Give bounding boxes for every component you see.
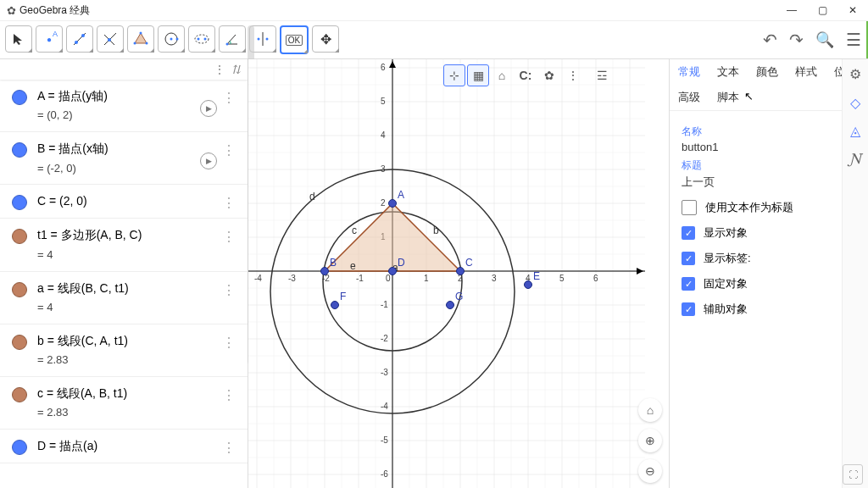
properties-panel: 常规文本颜色样式位置高级脚本 ✕ ↖ 名称 button1 标题 上一页 使用文… — [669, 59, 868, 488]
svg-point-2 — [81, 34, 85, 37]
value: = 4 — [37, 247, 222, 264]
property-checkbox[interactable]: ✓辅助对象 — [682, 302, 856, 317]
svg-text:3: 3 — [492, 274, 497, 283]
checkbox-label: 显示标签: — [704, 251, 751, 266]
tool-perpendicular[interactable] — [97, 25, 124, 53]
play-button[interactable]: ▶ — [200, 100, 217, 117]
app-icon: ✿ — [7, 4, 16, 17]
visibility-dot[interactable] — [12, 387, 27, 402]
visibility-dot[interactable] — [12, 195, 27, 210]
expand-corner-icon[interactable]: ⛶ — [843, 464, 863, 485]
algebra-content: B = 描点(x轴) = (-2, 0) — [37, 139, 200, 177]
tab-常规[interactable]: 常规 — [670, 59, 709, 85]
tab-样式[interactable]: 样式 — [787, 59, 826, 85]
settings-icon[interactable]: ✿ — [538, 64, 560, 86]
algebra-item[interactable]: a = 线段(B, C, t1) = 4 ⋮ — [0, 272, 248, 324]
svg-marker-73 — [637, 268, 643, 274]
item-menu-icon[interactable]: ⋮ — [222, 90, 236, 106]
tab-高级[interactable]: 高级 — [670, 85, 709, 110]
property-checkbox[interactable]: ✓显示标签: — [682, 251, 856, 266]
zoom-in-button[interactable]: ⊕ — [638, 429, 662, 452]
minimize-button[interactable]: ― — [776, 0, 807, 20]
tab-颜色[interactable]: 颜色 — [748, 59, 787, 85]
item-menu-icon[interactable]: ⋮ — [222, 387, 236, 403]
shape-square-icon[interactable]: ◇ — [850, 95, 860, 111]
algebra-item[interactable]: B = 描点(x轴) = (-2, 0) ▶ ⋮ — [0, 132, 248, 185]
tool-move[interactable] — [5, 25, 32, 53]
gear-icon[interactable]: ⚙ — [849, 66, 861, 82]
svg-point-8 — [146, 42, 148, 45]
grid-toggle[interactable]: ▦ — [467, 64, 489, 86]
algebra-item[interactable]: c = 线段(A, B, t1) = 2.83 ⋮ — [0, 377, 248, 430]
tool-polygon[interactable] — [127, 25, 154, 53]
algebra-list[interactable]: A = 描点(y轴) = (0, 2) ▶ ⋮ B = 描点(x轴) = (-2… — [0, 80, 248, 488]
redo-icon[interactable]: ↷ — [789, 30, 804, 50]
tool-move-view[interactable]: ✥ — [312, 25, 339, 53]
home-icon[interactable]: ⌂ — [491, 64, 513, 86]
svg-text:6: 6 — [593, 274, 598, 283]
visibility-dot[interactable] — [12, 440, 27, 455]
svg-point-115 — [525, 281, 532, 289]
graph-float-controls: ⌂ ⊕ ⊖ — [638, 398, 662, 483]
more-icon[interactable]: ⋮ — [562, 64, 584, 86]
tool-angle[interactable] — [219, 25, 246, 53]
visibility-dot[interactable] — [12, 90, 27, 105]
svg-text:5: 5 — [559, 274, 565, 283]
zoom-out-button[interactable]: ⊖ — [638, 459, 662, 483]
svg-text:3: 3 — [381, 164, 386, 174]
shape-triangle-icon[interactable]: ◬ — [850, 123, 860, 139]
item-menu-icon[interactable]: ⋮ — [222, 142, 236, 158]
snap-icon[interactable]: C: — [515, 64, 537, 86]
algebra-sort-icon[interactable]: ⇅ — [231, 63, 241, 77]
value: = 2.83 — [37, 352, 222, 369]
home-button[interactable]: ⌂ — [638, 398, 662, 422]
algebra-item[interactable]: t1 = 多边形(A, B, C) = 4 ⋮ — [0, 219, 248, 271]
tool-point[interactable]: ●A — [36, 25, 63, 53]
property-checkbox[interactable]: ✓固定对象 — [682, 276, 856, 291]
algebra-item[interactable]: D = 描点(a) ⋮ — [0, 430, 248, 463]
play-button[interactable]: ▶ — [200, 152, 217, 169]
tool-circle[interactable] — [158, 25, 185, 53]
tab-文本[interactable]: 文本 — [709, 59, 748, 85]
property-checkbox[interactable]: ✓显示对象 — [682, 225, 856, 241]
svg-point-119 — [447, 302, 454, 309]
maximize-button[interactable]: ▢ — [807, 0, 837, 20]
name-value[interactable]: button1 — [682, 141, 856, 153]
algebra-item[interactable]: A = 描点(y轴) = (0, 2) ▶ ⋮ — [0, 80, 248, 132]
tool-ellipse[interactable] — [188, 25, 215, 53]
axes-toggle[interactable]: ⊹ — [443, 64, 465, 86]
style-icon[interactable]: ☲ — [591, 64, 613, 86]
tab-脚本[interactable]: 脚本 — [709, 85, 748, 110]
definition: c = 线段(A, B, t1) — [37, 384, 222, 402]
graph-canvas[interactable]: -4-3-2-10123456-6-5-4-3-2-1123456abcdeAB… — [248, 59, 645, 488]
item-menu-icon[interactable]: ⋮ — [222, 282, 236, 298]
title-value[interactable]: 上一页 — [682, 175, 856, 190]
svg-point-18 — [258, 38, 260, 41]
svg-text:G: G — [455, 291, 463, 302]
caption-checkbox[interactable]: 使用文本作为标题 — [682, 200, 856, 215]
visibility-dot[interactable] — [12, 282, 27, 297]
visibility-dot[interactable] — [12, 229, 27, 244]
visibility-dot[interactable] — [12, 142, 27, 158]
shape-curve-icon[interactable]: Ɲ — [849, 151, 861, 167]
tool-button[interactable]: OK — [280, 25, 309, 54]
svg-text:c: c — [352, 225, 357, 236]
visibility-dot[interactable] — [12, 335, 27, 350]
item-menu-icon[interactable]: ⋮ — [222, 229, 236, 245]
algebra-menu-icon[interactable]: ⋮ — [214, 63, 225, 76]
undo-icon[interactable]: ↶ — [763, 30, 777, 50]
checkbox-icon: ✓ — [682, 302, 695, 316]
search-icon[interactable]: 🔍 — [815, 30, 834, 49]
close-button[interactable]: ✕ — [837, 0, 868, 20]
algebra-item[interactable]: b = 线段(C, A, t1) = 2.83 ⋮ — [0, 324, 248, 377]
item-menu-icon[interactable]: ⋮ — [222, 440, 236, 456]
algebra-item[interactable]: C = (2, 0) ⋮ — [0, 185, 248, 219]
menu-icon[interactable]: ☰ — [846, 30, 861, 50]
checkbox-label: 显示对象 — [704, 225, 748, 241]
graphics-view[interactable]: ⊹ ▦ ⌂ C: ✿ ⋮ ☲ -4-3-2-10123456-6-5-4-3-2… — [248, 59, 669, 488]
side-toolbar: ⚙ ◇ ◬ Ɲ — [842, 59, 868, 488]
tool-line[interactable] — [66, 25, 93, 53]
item-menu-icon[interactable]: ⋮ — [222, 335, 236, 351]
item-menu-icon[interactable]: ⋮ — [222, 195, 236, 211]
svg-text:-2: -2 — [381, 334, 388, 343]
